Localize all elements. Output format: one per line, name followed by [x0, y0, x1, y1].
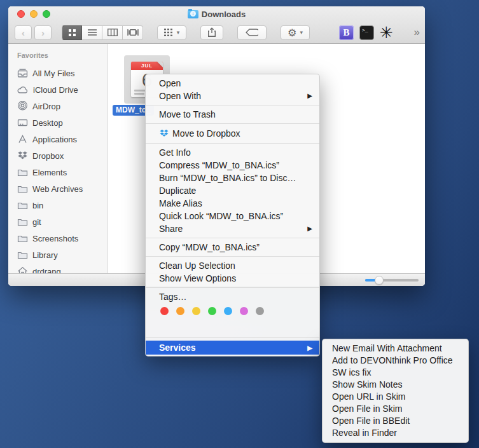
bbedit-toolbar-icon[interactable]: B	[339, 25, 354, 40]
sidebar-item-applications[interactable]: Applications	[17, 131, 108, 147]
tag-color-row	[146, 303, 319, 318]
sidebar-item-elements[interactable]: Elements	[17, 164, 108, 180]
menu-item-tags[interactable]: Tags…	[146, 290, 319, 303]
submenu-arrow-icon: ▶	[307, 90, 312, 102]
sidebar-item-icloud-drive[interactable]: iCloud Drive	[17, 81, 108, 98]
menu-separator	[146, 238, 319, 238]
submenu-item-reveal-in-finder[interactable]: Reveal in Finder	[323, 427, 468, 439]
tag-icon	[246, 29, 258, 36]
sidebar-item-all-my-files[interactable]: All My Files	[17, 65, 108, 81]
submenu-item-open-url-in-skim[interactable]: Open URL in Skim	[323, 391, 468, 403]
sidebar-item-library[interactable]: Library	[17, 247, 108, 263]
submenu-item-devonthink[interactable]: Add to DEVONthink Pro Office	[323, 355, 468, 367]
desktop-icon	[17, 118, 28, 128]
sidebar-item-bin[interactable]: bin	[17, 197, 108, 214]
folder-icon	[17, 200, 28, 210]
column-view-button[interactable]	[102, 25, 123, 40]
tag-purple[interactable]	[240, 307, 248, 315]
icon-size-slider[interactable]	[365, 279, 419, 282]
menu-separator	[146, 287, 319, 288]
tag-green[interactable]	[208, 307, 216, 315]
menu-item-duplicate[interactable]: Duplicate	[146, 184, 319, 197]
sidebar-item-desktop[interactable]: Desktop	[17, 114, 108, 131]
menu-item-show-view-options[interactable]: Show View Options	[146, 272, 319, 285]
menu-item-move-to-trash[interactable]: Move to Trash	[146, 108, 319, 121]
window-title-group: ↓ Downloads	[188, 10, 246, 19]
terminal-toolbar-icon[interactable]: >_	[359, 25, 374, 40]
sidebar-item-label: bin	[32, 201, 43, 210]
menu-item-share[interactable]: Share ▶	[146, 222, 319, 235]
tag-yellow[interactable]	[192, 307, 200, 315]
menu-item-get-info[interactable]: Get Info	[146, 146, 319, 159]
sidebar-item-dropbox[interactable]: Dropbox	[17, 147, 108, 164]
sidebar-item-label: Desktop	[32, 118, 63, 128]
submenu-item-sw-ics-fix[interactable]: SW ics fix	[323, 367, 468, 379]
sidebar-item-web-archives[interactable]: Web Archives	[17, 180, 108, 197]
menu-item-move-to-dropbox[interactable]: Move to Dropbox	[146, 126, 319, 140]
folder-icon	[17, 184, 28, 194]
coverflow-view-button[interactable]	[123, 25, 143, 40]
view-mode-segmented-control	[62, 25, 143, 40]
toolbar-overflow-chevron[interactable]: »	[414, 26, 419, 39]
asterisk-toolbar-icon[interactable]: ✳	[380, 25, 393, 40]
back-button[interactable]: ‹	[15, 25, 32, 40]
menu-item-copy[interactable]: Copy “MDW_to_BNA.ics”	[146, 241, 319, 254]
sidebar-item-label: Web Archives	[32, 184, 83, 194]
sidebar-item-git[interactable]: git	[17, 214, 108, 230]
submenu-item-open-file-in-bbedit[interactable]: Open File in BBEdit	[323, 415, 468, 427]
share-icon	[207, 27, 216, 37]
sidebar-section-header: Favorites	[17, 51, 108, 59]
sidebar-item-label: All My Files	[32, 69, 74, 78]
menu-spacer	[146, 318, 319, 335]
menu-item-make-alias[interactable]: Make Alias	[146, 197, 319, 210]
traffic-lights	[17, 10, 50, 18]
sidebar-item-label: Applications	[32, 135, 77, 144]
menu-item-open-with[interactable]: Open With ▶	[146, 90, 319, 102]
sidebar-item-label: Screenshots	[32, 234, 78, 243]
minimize-button[interactable]	[30, 10, 38, 18]
sidebar-item-label: iCloud Drive	[33, 85, 78, 95]
tag-button[interactable]	[237, 25, 267, 40]
tag-red[interactable]	[160, 307, 169, 315]
submenu-item-open-file-in-skim[interactable]: Open File in Skim	[323, 403, 468, 415]
menu-separator	[146, 337, 319, 338]
sidebar-item-label: Dropbox	[32, 151, 64, 161]
menu-item-services[interactable]: Services ▶	[146, 341, 319, 355]
chevron-down-icon: ▾	[300, 29, 303, 36]
submenu-item-show-skim-notes[interactable]: Show Skim Notes	[323, 379, 468, 391]
menu-item-open[interactable]: Open	[146, 77, 319, 90]
icloud-icon	[17, 85, 29, 95]
share-button[interactable]	[200, 25, 223, 40]
arrange-button[interactable]: ▾	[157, 25, 186, 40]
folder-icon	[17, 167, 28, 177]
sidebar-item-label: AirDrop	[32, 102, 60, 111]
sidebar-item-screenshots[interactable]: Screenshots	[17, 230, 108, 247]
action-button[interactable]: ⚙ ▾	[281, 25, 310, 40]
menu-item-clean-up-selection[interactable]: Clean Up Selection	[146, 259, 319, 272]
all-my-files-icon	[17, 68, 28, 78]
folder-icon	[17, 250, 28, 260]
menu-item-quick-look[interactable]: Quick Look “MDW_to_BNA.ics”	[146, 210, 319, 222]
zoom-button[interactable]	[43, 10, 50, 18]
icon-view-button[interactable]	[62, 25, 82, 40]
toolbar: ‹ ›	[8, 22, 425, 43]
submenu-arrow-icon: ▶	[307, 341, 312, 355]
tag-gray[interactable]	[256, 307, 264, 315]
titlebar[interactable]: ↓ Downloads	[8, 6, 425, 22]
airdrop-icon	[17, 101, 28, 111]
submenu-item-new-email[interactable]: New Email With Attachment	[323, 343, 468, 355]
dropbox-icon	[159, 129, 169, 138]
tag-blue[interactable]	[224, 307, 232, 315]
menu-item-compress[interactable]: Compress “MDW_to_BNA.ics”	[146, 159, 319, 172]
menu-item-burn[interactable]: Burn “MDW_to_BNA.ics” to Disc…	[146, 172, 319, 184]
sidebar-item-airdrop[interactable]: AirDrop	[17, 98, 108, 114]
close-button[interactable]	[17, 10, 25, 18]
gear-icon: ⚙	[288, 27, 296, 39]
menu-separator	[146, 123, 319, 124]
window-chrome: ↓ Downloads ‹ ›	[8, 6, 425, 44]
services-submenu: New Email With Attachment Add to DEVONth…	[322, 339, 469, 443]
tag-orange[interactable]	[176, 307, 184, 315]
forward-button[interactable]: ›	[34, 25, 52, 40]
list-view-button[interactable]	[82, 25, 102, 40]
slider-thumb[interactable]	[375, 276, 384, 285]
